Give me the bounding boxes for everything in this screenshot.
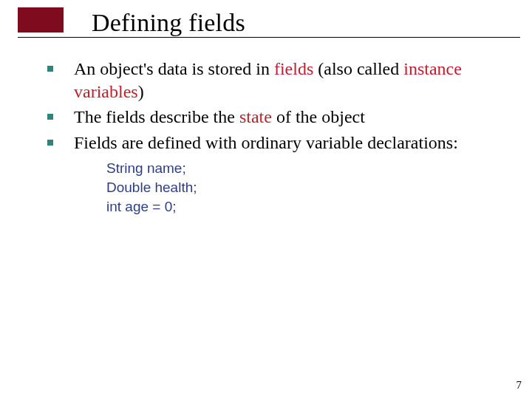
code-line: Double health; <box>106 178 511 197</box>
bullet-item: An object's data is stored in fields (al… <box>47 58 511 103</box>
code-line: String name; <box>106 159 511 178</box>
bullet-icon <box>47 66 53 72</box>
bullet-icon <box>47 140 53 146</box>
title-underline <box>18 37 520 38</box>
bullet-list: An object's data is stored in fields (al… <box>47 58 511 154</box>
bullet-icon <box>47 114 53 120</box>
bullet-text: Fields are defined with ordinary variabl… <box>74 133 458 152</box>
slide-body: An object's data is stored in fields (al… <box>47 58 511 217</box>
code-line: int age = 0; <box>106 197 511 216</box>
slide-title: Defining fields <box>92 9 245 37</box>
bullet-text: The fields describe the state of the obj… <box>74 107 365 126</box>
bullet-text: An object's data is stored in fields (al… <box>74 59 462 101</box>
title-accent-block <box>18 7 64 33</box>
title-bar: Defining fields <box>18 7 532 46</box>
page-number: 7 <box>516 379 522 392</box>
bullet-item: The fields describe the state of the obj… <box>47 106 511 129</box>
bullet-item: Fields are defined with ordinary variabl… <box>47 132 511 154</box>
code-block: String name; Double health; int age = 0; <box>106 159 511 217</box>
